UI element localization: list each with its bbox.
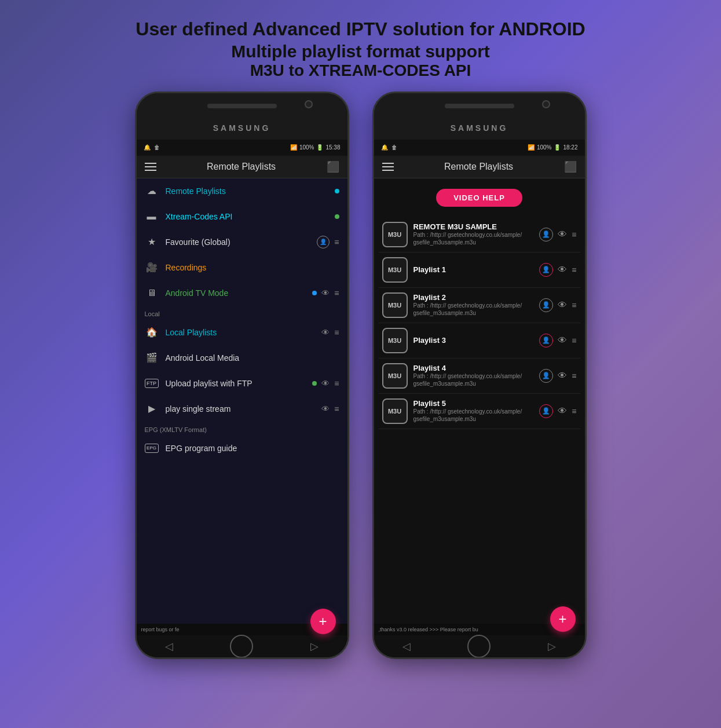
- back-button-right[interactable]: ◁: [402, 640, 411, 653]
- film-icon: 🎬: [145, 351, 159, 365]
- playlist-path-playlist-4: Path : /http:// gsetechnology.co.uk/samp…: [413, 372, 534, 387]
- playlist-info-playlist-4: Playlist 4Path : /http:// gsetechnology.…: [413, 364, 534, 387]
- person-circle-pink-playlist-5[interactable]: 👤: [539, 404, 553, 418]
- playlist-name-playlist-4: Playlist 4: [413, 364, 534, 372]
- menu-btn-playlist-4[interactable]: ≡: [572, 371, 576, 381]
- menu-btn-playlist-remote-m3u[interactable]: ≡: [572, 230, 576, 239]
- playlist-actions-playlist-5: 👤👁≡: [539, 404, 576, 418]
- eye-icon-stream[interactable]: 👁: [321, 404, 330, 414]
- eye-icon-tv[interactable]: 👁: [321, 288, 330, 298]
- phone-right-camera: [542, 100, 550, 108]
- menu-list-left: ☁ Remote Playlists ▬ Xtream-Codes API: [137, 178, 347, 659]
- app-header-left: Remote Playlists ⬛: [137, 156, 347, 178]
- status-bar-right: 🔔 🗑 📶 100% 🔋 18:22: [374, 140, 585, 156]
- menu-dots-favourite[interactable]: ≡: [334, 237, 339, 247]
- menu-btn-playlist-5[interactable]: ≡: [572, 407, 576, 416]
- menu-btn-playlist-2[interactable]: ≡: [572, 301, 576, 310]
- phone-right-brand: SAMSUNG: [451, 123, 508, 133]
- time-left: 15:38: [325, 144, 340, 151]
- status-left-icons: 🔔 🗑: [144, 144, 160, 151]
- video-help-container: VIDEO HELP: [374, 178, 585, 217]
- menu-right-stream: 👁 ≡: [321, 404, 339, 414]
- eye-btn-playlist-4[interactable]: 👁: [558, 371, 567, 381]
- menu-dots-local[interactable]: ≡: [334, 328, 339, 337]
- menu-item-favourite[interactable]: ★ Favourite (Global) 👤 ≡: [137, 229, 347, 255]
- playlist-item-playlist-remote-m3u[interactable]: M3UREMOTE M3U SAMPLEPath : /http:// gset…: [379, 217, 580, 253]
- trash-icon-right: 🗑: [391, 144, 397, 151]
- dot-blue-tv: [312, 291, 317, 295]
- phone-right: SAMSUNG 🔔 🗑 📶 100% 🔋 18:22: [372, 92, 587, 659]
- playlist-item-playlist-3[interactable]: M3UPlaylist 3👤👁≡: [379, 323, 580, 358]
- menu-label-favourite: Favourite (Global): [166, 237, 317, 247]
- recent-button-right[interactable]: ▷: [548, 640, 556, 653]
- playlist-item-playlist-1[interactable]: M3UPlaylist 1👤👁≡: [379, 253, 580, 288]
- home-button-left[interactable]: [230, 635, 253, 658]
- epg-section-label: EPG (XMLTV Format): [137, 422, 347, 436]
- menu-right-remote: [335, 189, 339, 193]
- playlist-item-playlist-4[interactable]: M3UPlaylist 4Path : /http:// gsetechnolo…: [379, 358, 580, 394]
- cast-icon-left[interactable]: ⬛: [327, 160, 339, 173]
- back-button-left[interactable]: ◁: [165, 640, 173, 653]
- playlist-actions-playlist-3: 👤👁≡: [539, 334, 576, 347]
- fab-button-right[interactable]: +: [550, 606, 576, 632]
- menu-item-local-media[interactable]: 🎬 Android Local Media: [137, 345, 347, 371]
- home-button-right[interactable]: [467, 635, 491, 658]
- recent-button-left[interactable]: ▷: [310, 640, 319, 653]
- person-circle-pink-playlist-1[interactable]: 👤: [539, 263, 553, 277]
- ticker-text-left: report bugs or fe: [141, 627, 180, 632]
- menu-item-android-tv[interactable]: 🖥 Android TV Mode 👁 ≡: [137, 280, 347, 306]
- playlist-name-playlist-2: Playlist 2: [413, 293, 534, 302]
- ticker-text-right: ,thanks v3.0 released >>> Please report …: [379, 627, 478, 632]
- menu-label-local-playlists: Local Playlists: [166, 328, 322, 337]
- hamburger-menu-right[interactable]: [382, 163, 394, 171]
- playlist-info-playlist-2: Playlist 2Path : /http:// gsetechnology.…: [413, 293, 534, 317]
- playlist-item-playlist-2[interactable]: M3UPlaylist 2Path : /http:// gsetechnolo…: [379, 288, 580, 323]
- eye-icon-local[interactable]: 👁: [321, 328, 330, 337]
- page-header: User defined Advanced IPTV solution for …: [124, 0, 596, 92]
- eye-btn-playlist-3[interactable]: 👁: [558, 335, 567, 346]
- menu-item-single-stream[interactable]: ▶ play single stream 👁 ≡: [137, 396, 347, 422]
- fab-button-left[interactable]: +: [310, 609, 336, 634]
- menu-item-xtream[interactable]: ▬ Xtream-Codes API: [137, 204, 347, 229]
- phone-right-screen: 🔔 🗑 📶 100% 🔋 18:22 Remote Playlists ⬛: [374, 140, 585, 657]
- signal-right: 100%: [537, 144, 552, 151]
- menu-item-ftp[interactable]: FTP Upload playlist with FTP 👁 ≡: [137, 371, 347, 396]
- phone-left-speaker: [207, 104, 277, 108]
- eye-icon-ftp[interactable]: 👁: [321, 379, 330, 388]
- eye-btn-playlist-remote-m3u[interactable]: 👁: [558, 229, 567, 240]
- fab-plus-left: +: [319, 613, 327, 630]
- time-right: 18:22: [563, 144, 577, 151]
- eye-btn-playlist-5[interactable]: 👁: [558, 406, 567, 416]
- menu-dots-tv[interactable]: ≡: [334, 288, 339, 298]
- playlist-actions-playlist-2: 👤👁≡: [539, 298, 576, 312]
- menu-item-local-playlists[interactable]: 🏠 Local Playlists 👁 ≡: [137, 320, 347, 345]
- m3u-badge-playlist-4: M3U: [382, 363, 408, 389]
- playlist-item-playlist-5[interactable]: M3UPlaylist 5Path : /http:// gsetechnolo…: [379, 394, 580, 429]
- video-help-button[interactable]: VIDEO HELP: [436, 189, 522, 207]
- person-circle-gray-playlist-2[interactable]: 👤: [539, 298, 553, 312]
- person-circle-gray-playlist-4[interactable]: 👤: [539, 369, 553, 383]
- menu-right-local: 👁 ≡: [321, 328, 339, 337]
- home-icon: 🏠: [145, 325, 159, 339]
- phone-right-speaker: [445, 104, 514, 108]
- menu-item-epg[interactable]: EPG EPG program guide: [137, 436, 347, 461]
- signal-strength: 100%: [299, 144, 314, 151]
- menu-item-recordings[interactable]: 🎥 Recordings: [137, 255, 347, 280]
- phones-container: SAMSUNG 🔔 🗑 📶 100% 🔋 15:38: [118, 92, 604, 659]
- menu-dots-ftp[interactable]: ≡: [334, 379, 339, 388]
- eye-btn-playlist-1[interactable]: 👁: [558, 265, 567, 275]
- person-circle-gray-playlist-remote-m3u[interactable]: 👤: [539, 228, 553, 242]
- hamburger-menu-left[interactable]: [145, 163, 156, 171]
- notif-icon-right: 🔔: [381, 144, 388, 151]
- playlist-path-playlist-remote-m3u: Path : /http:// gsetechnology.co.uk/samp…: [413, 231, 534, 246]
- menu-btn-playlist-1[interactable]: ≡: [572, 265, 576, 275]
- menu-dots-stream[interactable]: ≡: [334, 404, 339, 414]
- menu-btn-playlist-3[interactable]: ≡: [572, 336, 576, 345]
- playlist-path-playlist-5: Path : /http:// gsetechnology.co.uk/samp…: [413, 408, 534, 423]
- person-circle-pink-playlist-3[interactable]: 👤: [539, 334, 553, 347]
- app-title-right: Remote Playlists: [444, 162, 513, 172]
- playlist-actions-playlist-1: 👤👁≡: [539, 263, 576, 277]
- eye-btn-playlist-2[interactable]: 👁: [558, 300, 567, 310]
- cast-icon-right[interactable]: ⬛: [564, 160, 577, 173]
- menu-item-remote-playlists[interactable]: ☁ Remote Playlists: [137, 178, 347, 204]
